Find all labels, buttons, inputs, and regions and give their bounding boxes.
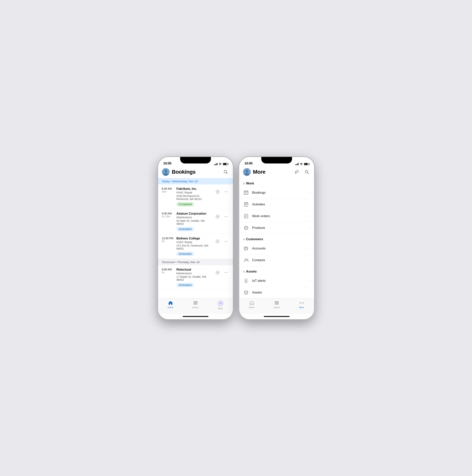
booking-time: 12:00 PM 2d [162, 237, 176, 243]
booking-time: 8:00 AM 2h [162, 268, 176, 274]
header-icons [293, 169, 310, 175]
svg-point-1 [164, 170, 167, 172]
status-badge: Completed [176, 202, 194, 206]
svg-line-59 [244, 227, 246, 228]
pin-button[interactable] [293, 169, 300, 175]
more-options-icon[interactable] [223, 238, 229, 244]
avatar[interactable] [243, 168, 251, 176]
navigate-icon[interactable] [215, 238, 221, 244]
status-time: 10:05 [163, 162, 171, 165]
search-icon [224, 170, 228, 174]
section-header-assets[interactable]: ∨ Assets [239, 266, 314, 275]
booking-item[interactable]: 12:00 PM 2d Bellows College HVAC Repair … [158, 234, 233, 259]
tab-more[interactable]: More [289, 300, 314, 308]
svg-point-17 [225, 216, 225, 217]
home-indicator [239, 314, 314, 319]
more-options-icon[interactable] [223, 270, 229, 276]
svg-point-66 [246, 280, 247, 281]
tab-bar: Home Library ··· More [158, 298, 233, 314]
booking-details: Adatum Corporation Maintenance 54 Main S… [176, 212, 213, 231]
menu-item-iot-alerts[interactable]: IoT alerts › [239, 275, 314, 287]
library-icon [193, 300, 198, 306]
app-header: Bookings [158, 167, 233, 178]
booking-actions [215, 212, 229, 220]
chevron-down-icon: ∨ [243, 270, 245, 273]
navigate-icon[interactable] [215, 270, 221, 276]
tab-library[interactable]: Library [264, 300, 289, 308]
booking-time: 9:30 AM 2h 15m [162, 212, 176, 218]
bookings-icon [243, 190, 249, 196]
chevron-right-icon: › [309, 279, 310, 283]
more-circle-icon: ··· [217, 300, 224, 307]
navigate-icon[interactable] [215, 189, 221, 195]
booking-details: Relecloud Maintenance 17 Maple St, Seatt… [176, 268, 213, 287]
svg-rect-37 [195, 301, 196, 305]
more-options-icon[interactable] [223, 189, 229, 195]
chevron-right-icon: › [309, 214, 310, 218]
status-icons [214, 163, 228, 165]
home-icon [168, 300, 173, 306]
svg-point-25 [225, 241, 225, 242]
svg-point-40 [246, 170, 248, 172]
more-options-icon[interactable] [223, 213, 229, 220]
tab-home-label: Home [249, 306, 254, 308]
avatar[interactable] [162, 168, 169, 176]
svg-point-35 [227, 272, 228, 273]
menu-item-activities[interactable]: Activities › [239, 199, 314, 210]
booking-details: Bellows College HVAC Repair 273 2nd St, … [176, 237, 213, 256]
tab-library[interactable]: Library [183, 300, 208, 308]
svg-line-72 [244, 291, 246, 292]
search-button[interactable] [222, 169, 229, 175]
chevron-right-icon: › [309, 226, 310, 230]
svg-point-19 [227, 216, 228, 217]
tab-library-label: Library [192, 306, 199, 308]
tab-home[interactable]: Home [239, 300, 264, 308]
wifi-icon [219, 163, 222, 165]
app-header: More [239, 167, 314, 178]
tab-home[interactable]: Home [158, 300, 183, 308]
chevron-right-icon: › [309, 191, 310, 194]
tab-more[interactable]: ··· More [208, 300, 233, 310]
svg-point-18 [226, 216, 226, 217]
menu-item-bookings[interactable]: Bookings › [239, 187, 314, 199]
battery-icon [223, 163, 228, 165]
search-button[interactable] [303, 169, 310, 175]
svg-rect-85 [276, 301, 277, 305]
signal-bars-icon [214, 163, 218, 165]
svg-rect-54 [244, 214, 248, 218]
booking-time: 8:30 AM 30m [162, 187, 176, 193]
svg-rect-84 [275, 301, 276, 305]
svg-point-33 [225, 272, 225, 273]
section-header-customers[interactable]: ∨ Customers [239, 234, 314, 243]
notch [261, 157, 292, 164]
section-header-work[interactable]: ∨ Work [239, 178, 314, 187]
battery-icon [304, 163, 309, 165]
search-icon [305, 170, 309, 174]
svg-point-87 [300, 303, 300, 303]
booking-item[interactable]: 9:30 AM 2h 15m Adatum Corporation Mainte… [158, 209, 233, 234]
menu-item-work-orders[interactable]: Work orders › [239, 210, 314, 222]
navigate-icon[interactable] [215, 213, 221, 220]
chevron-right-icon: › [309, 291, 310, 294]
booking-item[interactable]: 8:00 AM 2h Relecloud Maintenance 17 Mapl… [158, 265, 233, 290]
products-icon [243, 225, 249, 231]
svg-rect-44 [244, 191, 248, 194]
svg-point-88 [301, 303, 302, 303]
chevron-right-icon: › [309, 247, 310, 250]
notch [180, 157, 211, 164]
menu-item-contacts[interactable]: Contacts › [239, 255, 314, 266]
status-badge: Scheduled [176, 283, 194, 287]
pin-icon [295, 170, 299, 174]
status-icons [295, 163, 309, 165]
menu-item-assets[interactable]: Assets › [239, 287, 314, 298]
menu-item-products[interactable]: Products › [239, 222, 314, 234]
assets-icon [243, 289, 249, 296]
menu-item-accounts[interactable]: Accounts › [239, 243, 314, 255]
svg-point-10 [226, 191, 226, 192]
bookings-content: Today • Wednesday, Nov 15 8:30 AM 30m Fa… [158, 178, 233, 298]
page-title: More [253, 169, 293, 175]
svg-line-73 [246, 291, 248, 292]
page-title: Bookings [172, 169, 222, 175]
booking-item[interactable]: 8:30 AM 30m Fabrikam, Inc. HVAC Repair 2… [158, 185, 233, 209]
work-orders-icon [243, 213, 249, 219]
